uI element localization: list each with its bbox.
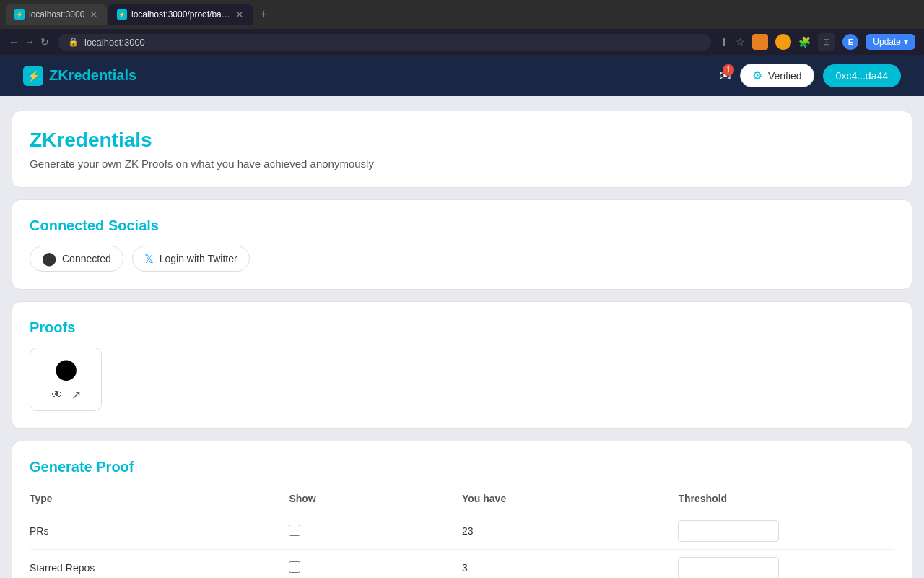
proofs-card: Proofs ⬤ 👁 ↗ [12, 301, 912, 429]
url-text: localhost:3000 [84, 37, 145, 48]
logo-text: ZKredentials [49, 67, 136, 84]
reload-button[interactable]: ↻ [40, 36, 49, 48]
threshold-input-1[interactable] [678, 557, 779, 578]
tab1-title: localhost:3000 [29, 9, 84, 20]
hero-card: ZKredentials Generate your own ZK Proofs… [12, 111, 912, 188]
tabs-bar: ⚡ localhost:3000 ✕ ⚡ localhost:3000/proo… [6, 4, 918, 25]
url-bar[interactable]: 🔒 localhost:3000 [58, 34, 711, 51]
generate-proof-card: Generate Proof Type Show You have Thresh… [12, 441, 912, 578]
split-icon: ⊡ [823, 37, 830, 47]
table-row: Starred Repos 3 [30, 550, 894, 579]
threshold-input-0[interactable] [678, 520, 779, 542]
proof-item: ⬤ 👁 ↗ [30, 348, 102, 411]
proofs-title: Proofs [30, 319, 894, 336]
app-header: ⚡ ZKredentials ✉ 1 ⚙ Verified 0xc4...da4… [0, 55, 924, 96]
tab-1[interactable]: ⚡ localhost:3000 ✕ [6, 4, 107, 25]
notification-badge: 1 [723, 64, 734, 76]
row-show-0 [289, 513, 462, 550]
main-content: ZKredentials Generate your own ZK Proofs… [0, 96, 924, 578]
header-actions: ✉ 1 ⚙ Verified 0xc4...da44 [719, 64, 901, 87]
wallet-address: 0xc4...da44 [836, 70, 888, 82]
logo-icon: ⚡ [23, 66, 43, 86]
col-header-threshold: Threshold [678, 487, 894, 513]
proof-github-icon: ⬤ [55, 357, 77, 381]
verified-label: Verified [768, 70, 802, 82]
twitter-label: Login with Twitter [160, 253, 237, 264]
forward-button[interactable]: → [25, 36, 35, 48]
verified-icon: ⚙ [752, 69, 762, 82]
col-header-show: Show [289, 487, 462, 513]
browser-chrome: ⚡ localhost:3000 ✕ ⚡ localhost:3000/proo… [0, 0, 924, 29]
update-chevron-icon: ▾ [904, 37, 908, 47]
social-buttons: ⬤ Connected 𝕏 Login with Twitter [30, 246, 894, 272]
proof-view-button[interactable]: 👁 [51, 388, 63, 402]
nav-buttons: ← → ↻ [9, 36, 49, 48]
connected-socials-title: Connected Socials [30, 217, 894, 234]
proof-actions: 👁 ↗ [51, 388, 81, 402]
update-label: Update [873, 37, 901, 47]
update-button[interactable]: Update ▾ [866, 34, 915, 50]
col-header-type: Type [30, 487, 289, 513]
twitter-icon: 𝕏 [144, 252, 154, 266]
github-label: Connected [62, 253, 111, 264]
eye-icon: 👁 [51, 389, 63, 401]
extension-icon-fox[interactable] [775, 34, 791, 50]
share-icon[interactable]: ⬆ [720, 36, 728, 48]
user-avatar[interactable]: E [842, 34, 858, 50]
row-threshold-1 [678, 550, 894, 579]
wallet-button[interactable]: 0xc4...da44 [823, 64, 901, 87]
extensions-button[interactable]: 🧩 [798, 36, 811, 48]
proof-share-button[interactable]: ↗ [71, 388, 81, 402]
row-show-1 [289, 550, 462, 579]
tab2-title: localhost:3000/proof/bafybeih [131, 9, 231, 20]
tab1-favicon: ⚡ [14, 9, 25, 20]
share-icon: ↗ [71, 389, 81, 401]
generate-proof-table: Type Show You have Threshold PRs 23 Star… [30, 487, 894, 578]
app-logo: ⚡ ZKredentials [23, 66, 136, 86]
tab-2[interactable]: ⚡ localhost:3000/proof/bafybeih ✕ [108, 4, 253, 25]
tab2-favicon: ⚡ [117, 9, 127, 20]
verified-button[interactable]: ⚙ Verified [740, 64, 814, 87]
row-have-1: 3 [462, 550, 679, 579]
extension-icon-1[interactable] [752, 34, 768, 50]
split-view-button[interactable]: ⊡ [818, 33, 835, 51]
table-row: PRs 23 [30, 513, 894, 550]
row-have-0: 23 [462, 513, 679, 550]
connected-socials-card: Connected Socials ⬤ Connected 𝕏 Login wi… [12, 199, 912, 290]
col-header-have: You have [462, 487, 679, 513]
row-type-1: Starred Repos [30, 550, 289, 579]
tab2-close[interactable]: ✕ [235, 9, 244, 20]
address-bar: ← → ↻ 🔒 localhost:3000 ⬆ ☆ 🧩 ⊡ E Update … [0, 29, 924, 55]
row-threshold-0 [678, 513, 894, 550]
show-checkbox-0[interactable] [289, 525, 300, 536]
hero-title: ZKredentials [30, 129, 894, 152]
bookmark-icon[interactable]: ☆ [736, 36, 745, 48]
twitter-login-button[interactable]: 𝕏 Login with Twitter [132, 246, 250, 272]
github-icon: ⬤ [42, 251, 56, 267]
generate-proof-title: Generate Proof [30, 459, 894, 475]
new-tab-button[interactable]: + [254, 4, 274, 25]
row-type-0: PRs [30, 513, 289, 550]
notification-button[interactable]: ✉ 1 [719, 67, 731, 85]
toolbar-icons: ⬆ ☆ 🧩 ⊡ E Update ▾ [720, 33, 915, 51]
github-connected-button[interactable]: ⬤ Connected [30, 246, 123, 272]
back-button[interactable]: ← [9, 36, 19, 48]
lock-icon: 🔒 [68, 37, 79, 47]
hero-subtitle: Generate your own ZK Proofs on what you … [30, 158, 894, 170]
show-checkbox-1[interactable] [289, 561, 300, 573]
tab1-close[interactable]: ✕ [90, 9, 98, 20]
